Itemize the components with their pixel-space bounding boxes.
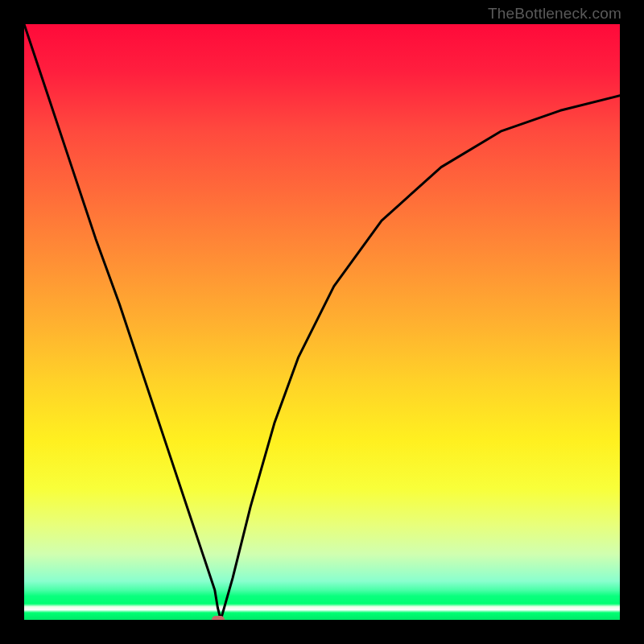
curve-path [24, 24, 620, 620]
watermark-text: TheBottleneck.com [488, 5, 621, 23]
chart-frame [24, 24, 620, 620]
bottleneck-curve [24, 24, 620, 620]
optimum-marker [212, 616, 225, 620]
